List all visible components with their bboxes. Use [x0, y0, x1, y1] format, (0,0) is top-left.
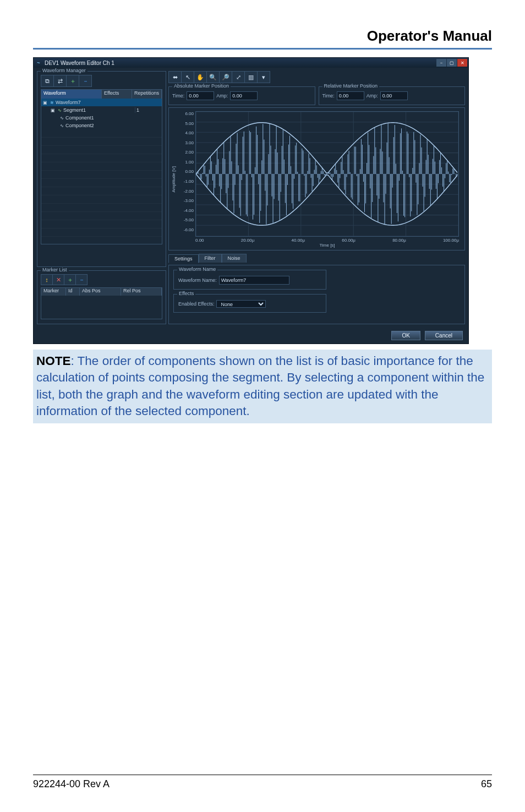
screenshot-container: ~ DEV1 Waveform Editor Ch 1 － ▢ ✕ Wavefo… [33, 57, 492, 344]
cancel-button[interactable]: Cancel [425, 331, 463, 340]
app-icon: ~ [35, 59, 42, 67]
tree-header-effects: Effects [102, 90, 132, 99]
tree-label: Component1 [65, 115, 94, 121]
window-title: DEV1 Waveform Editor Ch 1 [45, 60, 436, 66]
tree-header-waveform: Waveform [41, 90, 102, 99]
marker-header-id: Id [66, 288, 80, 296]
rel-time-input[interactable] [337, 91, 364, 100]
tab-content-settings: Waveform Name Waveform Name: Effects Ena… [168, 265, 465, 324]
tree-label: Segment1 [63, 107, 86, 113]
waveform-manager-toolbar: ⧉ ⇄ ＋ － [41, 75, 92, 87]
time-label: Time: [172, 93, 184, 99]
plot-y-ticks: 6.005.004.00 3.002.001.00 0.00-1.00-2.00… [177, 111, 195, 232]
pan-icon[interactable]: ⬌ [169, 72, 182, 83]
marker-toolbar: ↕ ✕ ＋ － [41, 274, 88, 285]
ok-button[interactable]: OK [391, 331, 420, 340]
plot-canvas[interactable] [195, 111, 459, 237]
maximize-button[interactable]: ▢ [447, 59, 457, 67]
tree-header-repetitions: Repetitions [132, 90, 162, 99]
abs-amp-input[interactable] [230, 91, 258, 100]
marker-list-title: Marker List [41, 267, 69, 273]
rel-amp-input[interactable] [380, 91, 408, 100]
plot-x-axis-label: Time [s] [195, 243, 459, 248]
marker-header-marker: Marker [41, 288, 66, 296]
waveform-editor-window: ~ DEV1 Waveform Editor Ch 1 － ▢ ✕ Wavefo… [33, 57, 469, 344]
waveform-name-label: Waveform Name: [178, 277, 217, 283]
effects-group: Effects Enabled Effects: None [173, 294, 326, 313]
note-text: : The order of components shown on the l… [36, 354, 484, 418]
effects-select[interactable]: None [216, 300, 266, 308]
marker-delete-icon[interactable]: ✕ [53, 275, 64, 285]
zoom-out-icon[interactable]: 🔎 [220, 72, 232, 83]
link-icon[interactable]: ⇄ [54, 75, 67, 86]
waveform-name-input[interactable] [219, 276, 289, 285]
chart-icon[interactable]: ▥ [245, 72, 258, 83]
waveform-tree[interactable]: Waveform Effects Repetitions ▣≋Waveform7 [41, 89, 162, 244]
waveform-manager-title: Waveform Manager [41, 68, 88, 73]
abs-time-input[interactable] [187, 91, 214, 100]
waveform-name-group-title: Waveform Name [177, 266, 217, 272]
close-button[interactable]: ✕ [457, 59, 467, 67]
time-label: Time: [322, 93, 335, 99]
effects-label: Enabled Effects: [178, 301, 214, 307]
add-icon[interactable]: ＋ [67, 75, 79, 86]
waveform-name-group: Waveform Name Waveform Name: [173, 270, 326, 290]
footer-page-number: 65 [481, 778, 492, 790]
remove-icon[interactable]: － [79, 75, 91, 86]
tree-row-component[interactable]: ∿Component1 [41, 114, 162, 122]
tab-settings[interactable]: Settings [168, 254, 199, 263]
copy-icon[interactable]: ⧉ [41, 75, 54, 86]
tree-row-waveform[interactable]: ▣≋Waveform7 [41, 99, 162, 106]
plot-svg [196, 112, 458, 236]
marker-grid[interactable]: Marker Id Abs Pos Rel Pos [41, 287, 162, 319]
note-label: NOTE [36, 354, 71, 368]
segment-icon: ∿ [57, 107, 62, 113]
waveform-manager-group: Waveform Manager ⧉ ⇄ ＋ － Waveform Effect… [37, 71, 166, 267]
tree-row-component[interactable]: ∿Component2 [41, 122, 162, 129]
tree-row-segment[interactable]: ▣∿Segment1 1 [41, 106, 162, 114]
tree-rep: 1 [135, 107, 162, 113]
page-footer: 922244-00 Rev A 65 [33, 775, 492, 790]
footer-doc-id: 922244-00 Rev A [33, 778, 110, 790]
zoom-in-icon[interactable]: 🔍 [207, 72, 220, 83]
settings-tabs: Settings Filter Noise [168, 254, 465, 263]
plot-x-ticks: 0.0020.00μ40.00μ 60.00μ80.00μ100.00μ [195, 238, 459, 243]
component-icon: ∿ [59, 123, 64, 128]
marker-move-icon[interactable]: ↕ [41, 275, 53, 285]
collapse-icon[interactable]: ▣ [42, 100, 48, 105]
window-titlebar: ~ DEV1 Waveform Editor Ch 1 － ▢ ✕ [34, 58, 468, 68]
fit-icon[interactable]: ⤢ [232, 72, 245, 83]
tree-label: Waveform7 [56, 100, 81, 105]
relative-marker-group: Relative Marker Position Time: Amp: [319, 86, 466, 105]
tab-filter[interactable]: Filter [199, 254, 222, 263]
marker-header-abspos: Abs Pos [80, 288, 121, 296]
waveform-plot[interactable]: Amplitude [V] 6.005.004.00 3.002.001.00 … [168, 107, 465, 250]
tab-noise[interactable]: Noise [222, 254, 247, 263]
plot-toolbar: ⬌ ↖ ✋ 🔍 🔎 ⤢ ▥ ▾ [168, 71, 270, 83]
amp-label: Amp: [367, 93, 378, 99]
dropdown-icon[interactable]: ▾ [258, 72, 270, 83]
pointer-icon[interactable]: ↖ [182, 72, 194, 83]
relative-marker-title: Relative Marker Position [322, 83, 380, 89]
footer-rule [33, 775, 492, 775]
component-icon: ∿ [59, 115, 64, 121]
absolute-marker-title: Absolute Marker Position [172, 83, 231, 89]
page-header-title: Operator's Manual [33, 28, 492, 45]
marker-list-group: Marker List ↕ ✕ ＋ － Marker Id Abs Pos [37, 270, 166, 324]
effects-group-title: Effects [177, 291, 195, 296]
amp-label: Amp: [216, 93, 228, 99]
tree-label: Component2 [65, 123, 94, 128]
header-rule [33, 48, 492, 50]
minimize-button[interactable]: － [436, 59, 446, 67]
absolute-marker-group: Absolute Marker Position Time: Amp: [168, 86, 315, 105]
plot-y-axis-label: Amplitude [V] [171, 166, 176, 193]
marker-remove-icon[interactable]: － [76, 275, 87, 285]
marker-header-relpos: Rel Pos [121, 288, 162, 296]
note-box: NOTE: The order of components shown on t… [33, 350, 492, 423]
collapse-icon[interactable]: ▣ [50, 107, 56, 113]
waveform-icon: ≋ [49, 100, 54, 105]
marker-add-icon[interactable]: ＋ [64, 275, 76, 285]
hand-icon[interactable]: ✋ [194, 72, 207, 83]
